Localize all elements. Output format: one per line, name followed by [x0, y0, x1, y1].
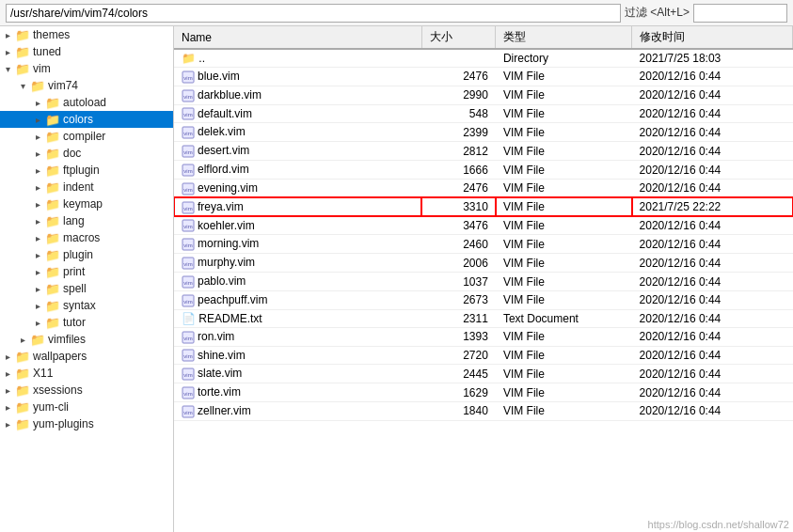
table-row[interactable]: vimron.vim1393VIM File2020/12/16 0:44 — [174, 327, 793, 346]
tree-item-autoload[interactable]: ▸📁autoload — [0, 94, 173, 111]
tree-expand-icon[interactable]: ▸ — [30, 315, 45, 330]
tree-item-label: indent — [63, 180, 94, 194]
table-row[interactable]: 📄 README.txt2311Text Document2020/12/16 … — [174, 309, 793, 327]
tree-item-doc[interactable]: ▸📁doc — [0, 145, 173, 162]
file-date-cell: 2020/12/16 0:44 — [632, 235, 793, 254]
file-date-cell: 2020/12/16 0:44 — [632, 402, 793, 421]
tree-expand-icon[interactable]: ▸ — [30, 112, 45, 127]
file-type-cell: VIM File — [496, 365, 632, 383]
tree-item-label: xsessions — [33, 383, 83, 397]
tree-expand-icon[interactable]: ▸ — [30, 230, 45, 245]
tree-expand-icon[interactable]: ▸ — [0, 44, 15, 59]
table-row[interactable]: vimdesert.vim2812VIM File2020/12/16 0:44 — [174, 142, 793, 161]
tree-expand-icon[interactable]: ▸ — [0, 27, 15, 42]
tree-expand-icon[interactable]: ▸ — [30, 298, 45, 313]
file-type-cell: VIM File — [496, 179, 632, 197]
vim-file-icon: vim — [182, 256, 198, 269]
tree-item-spell[interactable]: ▸📁spell — [0, 280, 173, 297]
tree-item-label: plugin — [63, 248, 93, 261]
table-row[interactable]: vimdarkblue.vim2990VIM File2020/12/16 0:… — [174, 86, 793, 104]
col-header-date[interactable]: 修改时间 — [632, 26, 793, 49]
table-row[interactable]: vimshine.vim2720VIM File2020/12/16 0:44 — [174, 346, 793, 365]
tree-expand-icon[interactable]: ▾ — [15, 78, 30, 93]
tree-item-themes[interactable]: ▸📁themes — [0, 26, 173, 43]
tree-expand-icon[interactable]: ▸ — [30, 163, 45, 178]
table-row[interactable]: vimmorning.vim2460VIM File2020/12/16 0:4… — [174, 235, 793, 254]
tree-item-yum-plugins[interactable]: ▸📁yum-plugins — [0, 415, 173, 432]
table-row[interactable]: vimkoehler.vim3476VIM File2020/12/16 0:4… — [174, 216, 793, 235]
tree-expand-icon[interactable]: ▸ — [0, 366, 15, 381]
table-row[interactable]: vimdelek.vim2399VIM File2020/12/16 0:44 — [174, 123, 793, 142]
tree-item-indent[interactable]: ▸📁indent — [0, 179, 173, 196]
tree-item-compiler[interactable]: ▸📁compiler — [0, 128, 173, 145]
path-input[interactable] — [6, 4, 621, 23]
col-header-name[interactable]: Name — [174, 26, 421, 49]
tree-item-vimfiles[interactable]: ▸📁vimfiles — [0, 331, 173, 348]
tree-expand-icon[interactable]: ▸ — [30, 146, 45, 161]
tree-item-macros[interactable]: ▸📁macros — [0, 229, 173, 246]
table-row[interactable]: vimblue.vim2476VIM File2020/12/16 0:44 — [174, 68, 793, 86]
tree-item-ftplugin[interactable]: ▸📁ftplugin — [0, 162, 173, 179]
tree-item-xsessions[interactable]: ▸📁xsessions — [0, 382, 173, 399]
table-row[interactable]: vimzellner.vim1840VIM File2020/12/16 0:4… — [174, 402, 793, 421]
tree-expand-icon[interactable]: ▸ — [30, 180, 45, 195]
tree-item-keymap[interactable]: ▸📁keymap — [0, 196, 173, 212]
file-size-cell: 2006 — [421, 254, 496, 273]
tree-item-tutor[interactable]: ▸📁tutor — [0, 314, 173, 331]
tree-expand-icon[interactable]: ▸ — [0, 399, 15, 415]
file-date-cell: 2020/12/16 0:44 — [632, 142, 793, 161]
folder-icon: 📁 — [45, 180, 60, 195]
table-row[interactable]: vimslate.vim2445VIM File2020/12/16 0:44 — [174, 365, 793, 383]
tree-item-yum-cli[interactable]: ▸📁yum-cli — [0, 399, 173, 415]
table-row[interactable]: vimevening.vim2476VIM File2020/12/16 0:4… — [174, 179, 793, 197]
table-row[interactable]: vimfreya.vim3310VIM File2021/7/25 22:22 — [174, 197, 793, 216]
tree-item-X11[interactable]: ▸📁X11 — [0, 365, 173, 382]
table-row[interactable]: vimdefault.vim548VIM File2020/12/16 0:44 — [174, 104, 793, 123]
table-row[interactable]: vimelflord.vim1666VIM File2020/12/16 0:4… — [174, 161, 793, 180]
file-date-cell: 2020/12/16 0:44 — [632, 365, 793, 383]
file-type-cell: VIM File — [496, 216, 632, 235]
col-header-size[interactable]: 大小 — [421, 26, 496, 49]
file-name-cell: 📁 .. — [174, 49, 421, 68]
folder-icon: 📁 — [45, 96, 60, 110]
tree-expand-icon[interactable]: ▸ — [15, 332, 30, 347]
table-row[interactable]: vimtorte.vim1629VIM File2020/12/16 0:44 — [174, 383, 793, 402]
filter-input[interactable] — [693, 4, 787, 23]
tree-item-plugin[interactable]: ▸📁plugin — [0, 246, 173, 263]
tree-item-print[interactable]: ▸📁print — [0, 263, 173, 280]
table-row[interactable]: vimpablo.vim1037VIM File2020/12/16 0:44 — [174, 273, 793, 291]
tree-item-vim74[interactable]: ▾📁vim74 — [0, 77, 173, 94]
tree-expand-icon[interactable]: ▸ — [30, 196, 45, 211]
file-date-cell: 2020/12/16 0:44 — [632, 254, 793, 273]
table-row[interactable]: vimpeachpuff.vim2673VIM File2020/12/16 0… — [174, 290, 793, 309]
vim-file-icon: vim — [182, 144, 198, 157]
tree-item-colors[interactable]: ▸📁colors — [0, 111, 173, 128]
tree-expand-icon[interactable]: ▸ — [30, 129, 45, 144]
tree-item-vim[interactable]: ▾📁vim — [0, 60, 173, 77]
svg-text:vim: vim — [183, 243, 192, 248]
tree-expand-icon[interactable]: ▸ — [30, 281, 45, 296]
file-type-cell: VIM File — [496, 235, 632, 254]
table-row[interactable]: 📁 ..Directory2021/7/25 18:03 — [174, 49, 793, 68]
tree-expand-icon[interactable]: ▸ — [0, 383, 15, 398]
file-name: pablo.vim — [198, 274, 246, 288]
file-date-cell: 2020/12/16 0:44 — [632, 273, 793, 291]
tree-expand-icon[interactable]: ▾ — [0, 61, 15, 76]
tree-expand-icon[interactable]: ▸ — [30, 264, 45, 279]
tree-item-label: vim — [33, 62, 51, 75]
tree-item-label: macros — [63, 231, 100, 244]
file-type-cell: VIM File — [496, 327, 632, 346]
tree-expand-icon[interactable]: ▸ — [0, 349, 15, 364]
tree-expand-icon[interactable]: ▸ — [30, 213, 45, 228]
table-row[interactable]: vimmurphy.vim2006VIM File2020/12/16 0:44 — [174, 254, 793, 273]
tree-expand-icon[interactable]: ▸ — [30, 247, 45, 262]
col-header-type[interactable]: 类型 — [496, 26, 632, 49]
tree-item-tuned[interactable]: ▸📁tuned — [0, 43, 173, 60]
tree-expand-icon[interactable]: ▸ — [0, 416, 15, 431]
tree-item-wallpapers[interactable]: ▸📁wallpapers — [0, 348, 173, 365]
tree-item-syntax[interactable]: ▸📁syntax — [0, 297, 173, 314]
tree-item-label: lang — [63, 214, 85, 227]
file-name: elflord.vim — [198, 163, 249, 176]
tree-item-lang[interactable]: ▸📁lang — [0, 212, 173, 229]
tree-expand-icon[interactable]: ▸ — [30, 95, 45, 110]
